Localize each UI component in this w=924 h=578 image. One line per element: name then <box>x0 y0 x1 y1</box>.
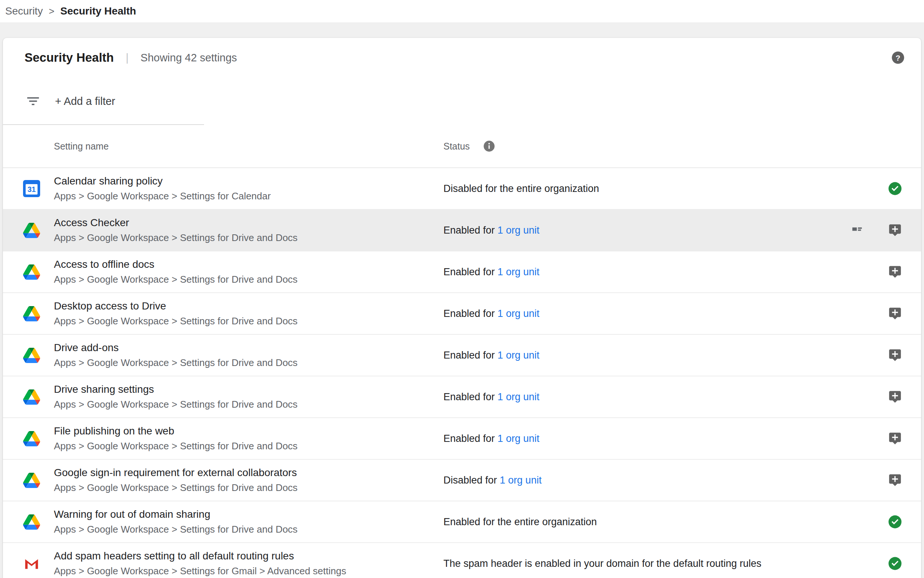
setting-path: Apps > Google Workspace > Settings for D… <box>54 315 443 327</box>
help-icon[interactable]: ? <box>891 51 905 64</box>
calendar-icon: 31 <box>23 180 40 197</box>
table-row[interactable]: 31 Access Checker Apps > Google Workspac… <box>3 210 921 252</box>
setting-cell: Desktop access to Drive Apps > Google Wo… <box>54 300 443 327</box>
setting-path: Apps > Google Workspace > Settings for G… <box>54 565 443 577</box>
drive-icon <box>23 515 40 530</box>
org-unit-link[interactable]: 1 org unit <box>498 433 540 444</box>
table-row[interactable]: 31 Access to offline docs Apps > Google … <box>3 252 921 293</box>
trailing-icon-slot <box>882 432 908 446</box>
check-circle-icon <box>888 182 902 196</box>
status-text: Enabled for <box>443 308 498 319</box>
setting-name: Drive add-ons <box>54 342 443 354</box>
org-unit-link[interactable]: 1 org unit <box>498 350 540 361</box>
breadcrumb: Security > Security Health <box>0 0 924 22</box>
app-icon-cell: 31 <box>23 431 54 446</box>
app-icon-cell: 31 <box>23 223 54 238</box>
status-cell: Enabled for 1 org unit <box>443 350 832 361</box>
trailing-icon-slot <box>882 473 908 487</box>
extra-icon-slot <box>832 224 882 237</box>
trailing-icon-slot <box>882 557 908 571</box>
setting-path: Apps > Google Workspace > Settings for C… <box>54 190 443 202</box>
setting-name: Drive sharing settings <box>54 383 443 395</box>
table-row[interactable]: 31 Google sign-in requirement for extern… <box>3 460 921 502</box>
settings-count-label: Showing 42 settings <box>141 52 237 64</box>
table-row[interactable]: 31 Calendar sharing policy Apps > Google… <box>3 168 921 210</box>
setting-name: Add spam headers setting to all default … <box>54 550 443 562</box>
org-unit-link[interactable]: 1 org unit <box>498 225 540 236</box>
app-icon-cell: 31 <box>23 555 54 572</box>
info-icon[interactable] <box>483 140 495 152</box>
trailing-icon-slot <box>882 390 908 404</box>
flag-badge-icon[interactable] <box>888 473 902 487</box>
setting-path: Apps > Google Workspace > Settings for D… <box>54 524 443 535</box>
trailing-icon-slot <box>882 182 908 196</box>
trailing-icon-slot <box>882 348 908 362</box>
extra-icon-slot <box>832 307 882 320</box>
table-row[interactable]: 31 File publishing on the web Apps > Goo… <box>3 418 921 460</box>
app-icon-cell: 31 <box>23 515 54 530</box>
setting-path: Apps > Google Workspace > Settings for D… <box>54 482 443 494</box>
org-unit-link[interactable]: 1 org unit <box>498 308 540 319</box>
security-health-card: Security Health | Showing 42 settings ? … <box>3 38 921 578</box>
title-divider: | <box>126 51 129 64</box>
status-text: Disabled for the entire organization <box>443 183 599 194</box>
drive-icon <box>23 390 40 405</box>
status-cell: Enabled for 1 org unit <box>443 266 832 278</box>
extra-icon-slot <box>832 515 882 529</box>
status-cell: Disabled for the entire organization <box>443 183 832 195</box>
table-row[interactable]: 31 Warning for out of domain sharing App… <box>3 502 921 543</box>
setting-path: Apps > Google Workspace > Settings for D… <box>54 440 443 452</box>
extra-icon-slot <box>832 390 882 404</box>
extra-icon-slot <box>832 265 882 279</box>
drive-icon <box>23 265 40 280</box>
add-filter-button[interactable]: + Add a filter <box>55 95 115 107</box>
org-unit-link[interactable]: 1 org unit <box>500 475 542 486</box>
card-header: Security Health | Showing 42 settings ? <box>3 38 921 77</box>
filter-bar: + Add a filter <box>3 77 921 125</box>
flag-badge-icon[interactable] <box>888 223 902 237</box>
drive-icon <box>23 473 40 488</box>
app-icon-cell: 31 <box>23 348 54 363</box>
extra-icon-slot <box>832 349 882 362</box>
status-cell: Disabled for 1 org unit <box>443 475 832 486</box>
flag-badge-icon[interactable] <box>888 390 902 404</box>
setting-cell: Drive add-ons Apps > Google Workspace > … <box>54 342 443 369</box>
setting-path: Apps > Google Workspace > Settings for D… <box>54 232 443 244</box>
status-text: The spam header is enabled in your domai… <box>443 558 762 569</box>
setting-name: Calendar sharing policy <box>54 175 443 187</box>
setting-path: Apps > Google Workspace > Settings for D… <box>54 274 443 285</box>
app-icon-cell: 31 <box>23 306 54 321</box>
breadcrumb-security-link[interactable]: Security <box>5 5 43 17</box>
settings-table-body: 31 Calendar sharing policy Apps > Google… <box>3 168 921 578</box>
setting-path: Apps > Google Workspace > Settings for D… <box>54 357 443 369</box>
status-cell: The spam header is enabled in your domai… <box>443 558 832 570</box>
status-text: Disabled for <box>443 475 500 486</box>
table-row[interactable]: 31 Desktop access to Drive Apps > Google… <box>3 293 921 335</box>
drive-icon <box>23 223 40 238</box>
org-unit-link[interactable]: 1 org unit <box>498 391 540 403</box>
setting-name: Access Checker <box>54 217 443 229</box>
setting-name: Desktop access to Drive <box>54 300 443 312</box>
status-text: Enabled for <box>443 433 498 444</box>
breadcrumb-separator-icon: > <box>49 6 54 17</box>
setting-name: Google sign-in requirement for external … <box>54 467 443 479</box>
filter-list-icon[interactable] <box>25 93 41 109</box>
table-row[interactable]: 31 Drive sharing settings Apps > Google … <box>3 377 921 418</box>
table-row[interactable]: 31 Add spam headers setting to all defau… <box>3 543 921 578</box>
table-row[interactable]: 31 Drive add-ons Apps > Google Workspace… <box>3 335 921 377</box>
check-circle-icon <box>888 557 902 571</box>
flag-badge-icon[interactable] <box>888 432 902 446</box>
status-cell: Enabled for the entire organization <box>443 516 832 528</box>
flag-badge-icon[interactable] <box>888 307 902 321</box>
flag-badge-icon[interactable] <box>888 265 902 279</box>
status-text: Enabled for <box>443 391 498 403</box>
breadcrumb-current-page: Security Health <box>60 5 136 17</box>
status-text: Enabled for <box>443 225 498 236</box>
setting-cell: Access Checker Apps > Google Workspace >… <box>54 217 443 244</box>
org-unit-link[interactable]: 1 org unit <box>498 266 540 278</box>
drive-icon <box>23 306 40 321</box>
flag-badge-icon[interactable] <box>888 348 902 362</box>
org-override-icon <box>850 224 864 237</box>
trailing-icon-slot <box>882 515 908 529</box>
setting-name: Access to offline docs <box>54 258 443 270</box>
